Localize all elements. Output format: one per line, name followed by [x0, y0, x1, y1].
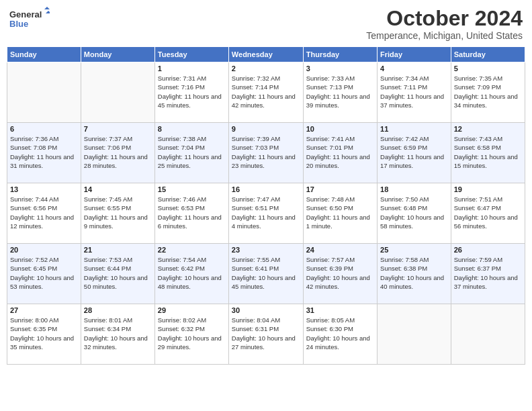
calendar-cell: 21Sunrise: 7:53 AM Sunset: 6:44 PM Dayli… [81, 244, 154, 304]
title-block: October 2024 Temperance, Michigan, Unite… [366, 7, 523, 41]
calendar-cell: 7Sunrise: 7:37 AM Sunset: 7:06 PM Daylig… [81, 123, 154, 183]
day-info: Sunrise: 7:46 AM Sunset: 6:53 PM Dayligh… [158, 195, 226, 230]
day-info: Sunrise: 8:05 AM Sunset: 6:30 PM Dayligh… [306, 316, 374, 351]
day-info: Sunrise: 7:32 AM Sunset: 7:14 PM Dayligh… [232, 74, 300, 109]
calendar-cell: 13Sunrise: 7:44 AM Sunset: 6:56 PM Dayli… [7, 183, 81, 244]
day-number: 5 [454, 64, 522, 73]
calendar-cell: 10Sunrise: 7:41 AM Sunset: 7:01 PM Dayli… [303, 123, 377, 183]
calendar-cell: 24Sunrise: 7:57 AM Sunset: 6:39 PM Dayli… [303, 244, 377, 304]
day-info: Sunrise: 7:53 AM Sunset: 6:44 PM Dayligh… [84, 255, 152, 291]
calendar-cell: 14Sunrise: 7:45 AM Sunset: 6:55 PM Dayli… [81, 183, 154, 244]
day-info: Sunrise: 7:48 AM Sunset: 6:50 PM Dayligh… [306, 195, 374, 230]
day-info: Sunrise: 7:33 AM Sunset: 7:13 PM Dayligh… [306, 74, 374, 109]
day-info: Sunrise: 7:50 AM Sunset: 6:48 PM Dayligh… [380, 195, 448, 230]
day-number: 2 [232, 64, 300, 73]
day-info: Sunrise: 7:58 AM Sunset: 6:38 PM Dayligh… [380, 255, 448, 291]
page-header: General Blue October 2024 Temperance, Mi… [7, 7, 525, 41]
day-info: Sunrise: 7:31 AM Sunset: 7:16 PM Dayligh… [158, 74, 226, 109]
calendar-cell [7, 62, 81, 123]
calendar-cell: 5Sunrise: 7:35 AM Sunset: 7:09 PM Daylig… [451, 62, 525, 123]
day-number: 17 [306, 185, 374, 193]
calendar-cell: 3Sunrise: 7:33 AM Sunset: 7:13 PM Daylig… [303, 62, 377, 123]
day-number: 31 [306, 306, 374, 314]
calendar-cell: 6Sunrise: 7:36 AM Sunset: 7:08 PM Daylig… [7, 123, 81, 183]
calendar-cell: 23Sunrise: 7:55 AM Sunset: 6:41 PM Dayli… [228, 244, 303, 304]
month-title: October 2024 [366, 7, 523, 30]
days-of-week-row: SundayMondayTuesdayWednesdayThursdayFrid… [7, 47, 525, 62]
day-info: Sunrise: 7:54 AM Sunset: 6:42 PM Dayligh… [158, 255, 226, 291]
dow-header-sunday: Sunday [7, 47, 81, 62]
week-row-4: 20Sunrise: 7:52 AM Sunset: 6:45 PM Dayli… [7, 244, 525, 304]
day-number: 29 [158, 306, 226, 314]
calendar-cell: 1Sunrise: 7:31 AM Sunset: 7:16 PM Daylig… [154, 62, 228, 123]
calendar-cell [378, 304, 451, 365]
calendar-cell: 30Sunrise: 8:04 AM Sunset: 6:31 PM Dayli… [228, 304, 303, 365]
calendar-cell: 29Sunrise: 8:02 AM Sunset: 6:32 PM Dayli… [154, 304, 228, 365]
day-info: Sunrise: 7:42 AM Sunset: 6:59 PM Dayligh… [380, 134, 448, 170]
calendar-cell: 8Sunrise: 7:38 AM Sunset: 7:04 PM Daylig… [154, 123, 228, 183]
day-info: Sunrise: 7:59 AM Sunset: 6:37 PM Dayligh… [454, 255, 522, 291]
day-info: Sunrise: 7:55 AM Sunset: 6:41 PM Dayligh… [232, 255, 300, 291]
day-number: 20 [10, 246, 78, 254]
day-info: Sunrise: 8:00 AM Sunset: 6:35 PM Dayligh… [10, 316, 78, 351]
calendar-cell: 20Sunrise: 7:52 AM Sunset: 6:45 PM Dayli… [7, 244, 81, 304]
week-row-5: 27Sunrise: 8:00 AM Sunset: 6:35 PM Dayli… [7, 304, 525, 365]
day-number: 23 [232, 246, 300, 254]
location-title: Temperance, Michigan, United States [366, 30, 523, 41]
calendar-cell: 19Sunrise: 7:51 AM Sunset: 6:47 PM Dayli… [451, 183, 525, 244]
day-info: Sunrise: 8:04 AM Sunset: 6:31 PM Dayligh… [232, 316, 300, 351]
day-info: Sunrise: 7:45 AM Sunset: 6:55 PM Dayligh… [84, 195, 152, 230]
calendar-cell: 12Sunrise: 7:43 AM Sunset: 6:58 PM Dayli… [451, 123, 525, 183]
calendar-cell: 17Sunrise: 7:48 AM Sunset: 6:50 PM Dayli… [303, 183, 377, 244]
day-number: 22 [158, 246, 226, 254]
day-number: 3 [306, 64, 374, 73]
calendar-cell: 25Sunrise: 7:58 AM Sunset: 6:38 PM Dayli… [378, 244, 451, 304]
day-number: 26 [454, 246, 522, 254]
calendar-table: SundayMondayTuesdayWednesdayThursdayFrid… [7, 46, 525, 365]
day-number: 15 [158, 185, 226, 193]
day-number: 13 [10, 185, 78, 193]
calendar-cell: 27Sunrise: 8:00 AM Sunset: 6:35 PM Dayli… [7, 304, 81, 365]
svg-marker-3 [46, 11, 50, 13]
dow-header-monday: Monday [81, 47, 154, 62]
day-info: Sunrise: 7:36 AM Sunset: 7:08 PM Dayligh… [10, 134, 78, 170]
day-number: 9 [232, 125, 300, 133]
day-number: 27 [10, 306, 78, 314]
calendar-cell: 4Sunrise: 7:34 AM Sunset: 7:11 PM Daylig… [378, 62, 451, 123]
day-number: 21 [84, 246, 152, 254]
calendar-cell: 26Sunrise: 7:59 AM Sunset: 6:37 PM Dayli… [451, 244, 525, 304]
day-number: 25 [380, 246, 448, 254]
dow-header-tuesday: Tuesday [154, 47, 228, 62]
day-info: Sunrise: 7:43 AM Sunset: 6:58 PM Dayligh… [454, 134, 522, 170]
day-info: Sunrise: 7:37 AM Sunset: 7:06 PM Dayligh… [84, 134, 152, 170]
dow-header-saturday: Saturday [451, 47, 525, 62]
day-number: 12 [454, 125, 522, 133]
calendar-cell [81, 62, 154, 123]
day-number: 24 [306, 246, 374, 254]
calendar-cell [451, 304, 525, 365]
day-number: 11 [380, 125, 448, 133]
svg-text:Blue: Blue [9, 19, 28, 29]
calendar-cell: 9Sunrise: 7:39 AM Sunset: 7:03 PM Daylig… [228, 123, 303, 183]
svg-marker-2 [44, 7, 50, 9]
week-row-1: 1Sunrise: 7:31 AM Sunset: 7:16 PM Daylig… [7, 62, 525, 123]
day-info: Sunrise: 7:57 AM Sunset: 6:39 PM Dayligh… [306, 255, 374, 291]
day-info: Sunrise: 7:39 AM Sunset: 7:03 PM Dayligh… [232, 134, 300, 170]
calendar-body: 1Sunrise: 7:31 AM Sunset: 7:16 PM Daylig… [7, 62, 525, 365]
calendar-cell: 2Sunrise: 7:32 AM Sunset: 7:14 PM Daylig… [228, 62, 303, 123]
calendar-cell: 31Sunrise: 8:05 AM Sunset: 6:30 PM Dayli… [303, 304, 377, 365]
day-info: Sunrise: 7:34 AM Sunset: 7:11 PM Dayligh… [380, 74, 448, 109]
day-info: Sunrise: 7:41 AM Sunset: 7:01 PM Dayligh… [306, 134, 374, 170]
day-number: 1 [158, 64, 226, 73]
day-number: 16 [232, 185, 300, 193]
day-number: 18 [380, 185, 448, 193]
logo: General Blue [9, 7, 50, 31]
day-number: 7 [84, 125, 152, 133]
dow-header-friday: Friday [378, 47, 451, 62]
day-info: Sunrise: 7:35 AM Sunset: 7:09 PM Dayligh… [454, 74, 522, 109]
day-number: 8 [158, 125, 226, 133]
day-info: Sunrise: 8:01 AM Sunset: 6:34 PM Dayligh… [84, 316, 152, 351]
week-row-2: 6Sunrise: 7:36 AM Sunset: 7:08 PM Daylig… [7, 123, 525, 183]
day-info: Sunrise: 7:47 AM Sunset: 6:51 PM Dayligh… [232, 195, 300, 230]
day-number: 28 [84, 306, 152, 314]
